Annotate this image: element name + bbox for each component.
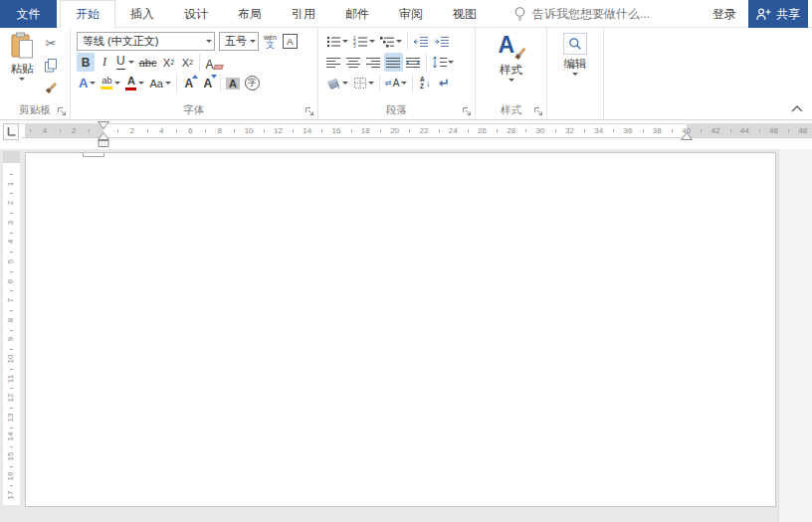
v-ruler-number: 6 (4, 274, 18, 288)
v-ruler-tick (10, 310, 13, 311)
highlight-color-button[interactable]: ab (99, 74, 122, 92)
h-ruler-number: 10 (242, 124, 256, 137)
h-ruler-tick (117, 129, 118, 132)
h-ruler-number: 46 (767, 124, 781, 137)
font-group: 等线 (中文正文) 五号 wén 文 A B I U abc (71, 28, 318, 119)
v-ruler-number: 1 (4, 177, 18, 191)
editing-button[interactable]: 编辑 (551, 31, 599, 76)
numbering-button[interactable]: 1 2 3 (351, 32, 377, 51)
signin-button[interactable]: 登录 (701, 0, 748, 28)
strikethrough-button[interactable]: abc (137, 53, 159, 72)
copy-button[interactable] (42, 56, 60, 76)
h-ruler-number: 38 (650, 124, 664, 137)
subscript-button[interactable]: X2 (159, 53, 177, 72)
h-ruler-tick (264, 129, 265, 132)
bold-button[interactable]: B (77, 53, 95, 72)
underline-button[interactable]: U (114, 53, 136, 72)
paragraph-group: 1 2 3 (318, 28, 476, 119)
tab-mailings[interactable]: 邮件 (330, 0, 384, 28)
italic-button[interactable]: I (96, 53, 113, 72)
multilevel-list-button[interactable] (378, 32, 404, 51)
paste-button[interactable]: 粘贴 (4, 31, 40, 98)
increase-indent-button[interactable] (432, 32, 452, 51)
h-ruler-tick (380, 129, 381, 132)
shrink-font-button[interactable]: A (199, 74, 217, 92)
left-indent-marker[interactable] (98, 140, 109, 148)
clipboard-dialog-launcher[interactable] (58, 107, 67, 116)
line-spacing-button[interactable] (430, 53, 456, 72)
share-button[interactable]: 共享 (748, 0, 808, 28)
tab-references[interactable]: 引用 (277, 0, 330, 28)
show-hide-marks-button[interactable]: ↵ (435, 74, 453, 92)
font-size-value: 五号 (225, 34, 247, 49)
font-name-combobox[interactable]: 等线 (中文正文) (77, 32, 215, 51)
tab-design[interactable]: 设计 (169, 0, 223, 28)
character-shading-button[interactable]: A (224, 74, 242, 92)
tab-layout[interactable]: 布局 (223, 0, 277, 28)
tab-view[interactable]: 视图 (438, 0, 492, 28)
sort-button[interactable]: AZ ↓ (416, 74, 434, 92)
v-ruler[interactable]: 1234567891011121314151617 (3, 151, 20, 505)
first-line-indent-marker[interactable] (98, 121, 109, 130)
h-ruler-strip[interactable]: 4224681012141618202224262830323436384042… (22, 123, 812, 138)
align-left-icon (326, 57, 341, 69)
hanging-indent-marker[interactable] (98, 132, 109, 140)
vertical-scrollbar[interactable] (778, 149, 812, 522)
grow-font-button[interactable]: A (180, 74, 198, 92)
chevron-down-icon (90, 82, 96, 85)
cut-button[interactable]: ✂ (42, 33, 60, 53)
v-ruler-tick (10, 213, 13, 214)
align-center-button[interactable] (344, 53, 363, 72)
arrow-down-icon (211, 75, 217, 79)
person-plus-icon (756, 8, 771, 21)
tab-home[interactable]: 开始 (60, 0, 115, 28)
superscript-button[interactable]: X2 (178, 53, 196, 72)
clear-formatting-button[interactable]: A (203, 53, 225, 72)
line-spacing-icon (432, 56, 447, 69)
justify-icon (386, 57, 401, 69)
shading-button[interactable] (324, 74, 350, 92)
paragraph-dialog-launcher[interactable] (463, 107, 472, 116)
v-ruler-tick (10, 290, 13, 291)
justify-button[interactable] (384, 53, 403, 72)
tab-stop-selector[interactable] (3, 123, 19, 140)
phonetic-guide-button[interactable]: wén 文 (264, 34, 277, 50)
enclose-characters-button[interactable]: 字 (243, 74, 262, 92)
align-right-button[interactable] (364, 53, 383, 72)
highlight-icon: ab (101, 77, 112, 89)
character-border-button[interactable]: A (283, 34, 298, 49)
menubar-spacer (650, 0, 701, 28)
tab-review[interactable]: 审阅 (384, 0, 438, 28)
editing-button-label: 编辑 (564, 57, 587, 72)
bullets-button[interactable] (324, 32, 350, 51)
v-ruler-number: 5 (4, 255, 18, 268)
font-color-button[interactable]: A (123, 74, 146, 92)
decrease-indent-icon (413, 36, 429, 48)
text-effects-button[interactable]: A (77, 74, 98, 92)
arrow-down-icon: ↓ (426, 79, 431, 88)
document-page[interactable] (25, 152, 776, 507)
change-case-button[interactable]: Aa (147, 74, 172, 92)
tellme-box[interactable]: 告诉我您想要做什么... (513, 0, 650, 28)
tab-insert[interactable]: 插入 (115, 0, 169, 28)
styles-dialog-launcher[interactable] (534, 107, 543, 116)
borders-button[interactable] (351, 74, 376, 92)
font-dialog-launcher[interactable] (305, 107, 314, 116)
v-ruler-number: 12 (4, 391, 18, 405)
align-left-button[interactable] (324, 53, 343, 72)
h-ruler-tick (60, 129, 61, 132)
chevron-down-icon (572, 73, 578, 76)
decrease-indent-button[interactable] (411, 32, 431, 51)
v-ruler-tick (10, 330, 13, 331)
format-painter-button[interactable] (42, 79, 60, 98)
asian-layout-icon: ⇄A (385, 79, 399, 88)
distribute-text-button[interactable] (404, 53, 423, 72)
h-ruler-tick (497, 129, 498, 132)
styles-button[interactable]: A 样式 (480, 31, 542, 82)
asian-layout-button[interactable]: ⇄A (383, 74, 409, 92)
collapse-ribbon-button[interactable] (791, 105, 803, 112)
ribbon-empty-area (604, 28, 812, 119)
font-size-combobox[interactable]: 五号 (219, 32, 259, 51)
tab-file[interactable]: 文件 (0, 0, 57, 28)
v-ruler-number: 15 (4, 449, 18, 463)
